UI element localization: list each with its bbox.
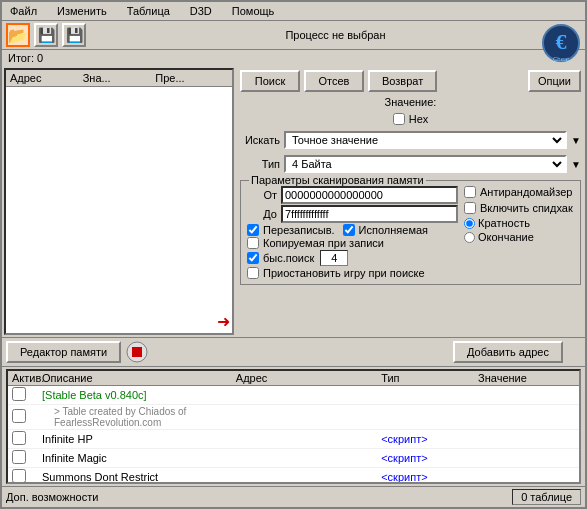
total-row: Итог: 0 [2, 50, 585, 66]
menubar: Файл Изменить Таблица D3D Помощь [2, 2, 585, 21]
row2-checkbox[interactable] [12, 431, 26, 445]
scan-params-group: Параметры сканирования памяти От До [240, 180, 581, 285]
open-button[interactable]: 📂 [6, 23, 30, 47]
filter-button[interactable]: Отсев [304, 70, 364, 92]
address-list-section: Актив. Описание Адрес Тип Значение [Stab… [6, 369, 581, 484]
header-prev: Пре... [155, 72, 228, 84]
left-address-panel: Адрес Зна... Пре... ➜ [4, 68, 234, 335]
stop-button[interactable] [125, 340, 149, 364]
anti-random-label: Антирандомайзер [480, 186, 572, 198]
save-button[interactable]: 💾 [34, 23, 58, 47]
okonchanie-label: Окончание [478, 231, 534, 243]
row0-desc: [Stable Beta v0.840c] [42, 389, 236, 401]
row4-type: <скрипт> [381, 471, 478, 482]
return-button[interactable]: Возврат [368, 70, 437, 92]
row3-desc: Infinite Magic [42, 452, 236, 464]
kratnost-label: Кратность [478, 217, 530, 229]
header-address: Адрес [10, 72, 83, 84]
logo: € Cheat [541, 23, 581, 63]
address-list-header: Актив. Описание Адрес Тип Значение [8, 371, 579, 386]
main-content: Адрес Зна... Пре... ➜ Поиск Отсев Возвра… [2, 66, 585, 337]
executable-label: Исполняемая [359, 224, 428, 236]
hex-checkbox[interactable] [393, 113, 405, 125]
menu-edit[interactable]: Изменить [53, 4, 111, 18]
scan-right-options: Антирандомайзер Включить спидхак Кратнос… [464, 185, 574, 280]
process-title: Процесс не выбран [90, 29, 581, 41]
to-input[interactable] [281, 205, 458, 223]
options-button[interactable]: Опции [528, 70, 581, 92]
svg-text:€: € [556, 29, 567, 54]
search-type-row: Искать Точное значение ▼ [240, 131, 581, 149]
search-type-label: Искать [240, 134, 280, 146]
header-type: Тип [381, 372, 478, 384]
row4-checkbox[interactable] [12, 469, 26, 482]
arrow-area: ➜ [6, 310, 232, 333]
dropdown-icon: ▼ [571, 135, 581, 146]
speedhack-label: Включить спидхак [480, 202, 573, 214]
search-buttons: Поиск Отсев Возврат [240, 70, 437, 92]
row3-checkbox[interactable] [12, 450, 26, 464]
main-window: Файл Изменить Таблица D3D Помощь 📂 💾 💾 П… [0, 0, 587, 509]
memory-editor-button[interactable]: Редактор памяти [6, 341, 121, 363]
scan-params-left: От До Перезаписыв. И [247, 185, 458, 280]
okonchanie-row: Окончание [464, 231, 574, 243]
scan-params-inner: От До Перезаписыв. И [247, 185, 574, 280]
add-address-button[interactable]: Добавить адрес [453, 341, 563, 363]
table-row: Summons Dont Restrict <скрипт> [8, 468, 579, 482]
to-label: До [247, 208, 277, 220]
row4-desc: Summons Dont Restrict [42, 471, 236, 482]
menu-d3d[interactable]: D3D [186, 4, 216, 18]
header-desc: Описание [42, 372, 236, 384]
okonchanie-radio[interactable] [464, 232, 475, 243]
search-button[interactable]: Поиск [240, 70, 300, 92]
save2-button[interactable]: 💾 [62, 23, 86, 47]
row1-desc: > Table created by Chiados of FearlessRe… [42, 406, 243, 428]
anti-random-row: Антирандомайзер [464, 186, 574, 198]
menu-table[interactable]: Таблица [123, 4, 174, 18]
status-left: Доп. возможности [6, 491, 512, 503]
from-input[interactable] [281, 186, 458, 204]
menu-help[interactable]: Помощь [228, 4, 279, 18]
rewrite-checkbox[interactable] [247, 224, 259, 236]
header-addr: Адрес [236, 372, 381, 384]
from-label: От [247, 189, 277, 201]
total-label: Итог: [8, 52, 34, 64]
search-controls-row: Поиск Отсев Возврат Опции [240, 70, 581, 92]
type-label: Тип [240, 158, 280, 170]
fastsearch-label: быс.поиск [263, 252, 314, 264]
table-row: [Stable Beta v0.840c] [8, 386, 579, 405]
kratnost-radio[interactable] [464, 218, 475, 229]
fastsearch-value[interactable] [320, 250, 348, 266]
search-type-select[interactable]: Точное значение [284, 131, 567, 149]
value-section-label: Значение: [240, 96, 581, 108]
table-row: Infinite Magic <скрипт> [8, 449, 579, 468]
arrow-icon: ➜ [217, 312, 230, 331]
pause-label: Приостановить игру при поиске [263, 267, 425, 279]
type-row: Тип 4 Байта ▼ [240, 155, 581, 173]
anti-random-checkbox[interactable] [464, 186, 476, 198]
speedhack-checkbox[interactable] [464, 202, 476, 214]
hex-row: Hex [240, 113, 581, 125]
row2-desc: Infinite HP [42, 433, 236, 445]
speedhack-row: Включить спидхак [464, 202, 574, 214]
list-header: Адрес Зна... Пре... [6, 70, 232, 87]
svg-text:Cheat: Cheat [553, 56, 569, 62]
menu-file[interactable]: Файл [6, 4, 41, 18]
type-dropdown-icon: ▼ [571, 159, 581, 170]
fastsearch-checkbox[interactable] [247, 252, 259, 264]
kratnost-row: Кратность [464, 217, 574, 229]
row0-checkbox[interactable] [12, 387, 26, 401]
rewrite-row: Перезаписыв. Исполняемая [247, 224, 458, 236]
pause-checkbox[interactable] [247, 267, 259, 279]
to-row: До [247, 205, 458, 223]
rewrite-label: Перезаписыв. [263, 224, 335, 236]
table-row: > Table created by Chiados of FearlessRe… [8, 405, 579, 430]
executable-checkbox[interactable] [343, 224, 355, 236]
table-row: Infinite HP <скрипт> [8, 430, 579, 449]
row1-checkbox[interactable] [12, 409, 26, 423]
type-select[interactable]: 4 Байта [284, 155, 567, 173]
copy-checkbox[interactable] [247, 237, 259, 249]
fastsearch-row: быс.поиск [247, 250, 458, 266]
hex-label: Hex [409, 113, 429, 125]
svg-marker-4 [132, 347, 142, 357]
